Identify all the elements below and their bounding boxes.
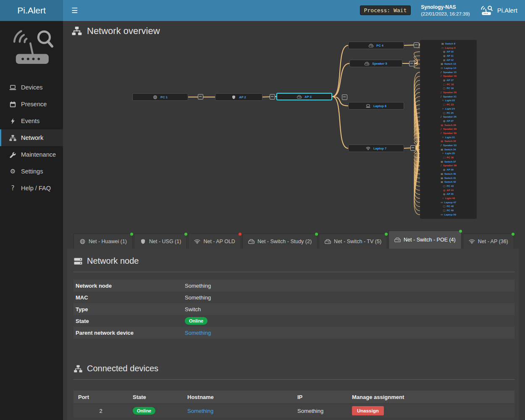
cluster-device-switch-34[interactable]: ▤Switch 34 xyxy=(421,147,476,152)
cluster-device-laptop-9[interactable]: ▭Laptop 9 xyxy=(421,46,476,50)
node-label: PC 1 xyxy=(160,95,168,99)
sidebar-item-network[interactable]: Network xyxy=(0,129,63,146)
cluster-device-pc-19[interactable]: ▢PC 19 xyxy=(421,87,476,91)
sidebar-item-label: Devices xyxy=(21,84,43,91)
cluster-device-pc-18[interactable]: ▢PC 18 xyxy=(421,82,476,87)
collapse-minus-icon[interactable]: − xyxy=(409,61,415,66)
tab-net-switch-tv-5[interactable]: Net - Switch - TV (5) xyxy=(319,234,387,249)
sidebar-item-maintenance[interactable]: Maintenance xyxy=(0,146,63,163)
cluster-device-pc-25[interactable]: ▢PC 25 xyxy=(421,111,476,115)
connected-devices-title-text: Connected devices xyxy=(87,364,158,373)
cluster-device-pc-43[interactable]: ▢PC 43 xyxy=(421,184,476,188)
sitemap-icon xyxy=(71,26,82,35)
cluster-device-ap-39[interactable]: ◍AP 39 xyxy=(421,168,476,172)
gear-icon: ⚙ xyxy=(9,168,16,175)
device-label: AP 10 xyxy=(446,50,454,53)
cluster-device-speaker-15[interactable]: ♪Speaker 15 xyxy=(421,70,476,74)
sidebar-item-help-faq[interactable]: ?Help / FAQ xyxy=(0,180,63,197)
cluster-device-speaker-16[interactable]: ♪Speaker 16 xyxy=(421,74,476,79)
cluster-device-laptop-50[interactable]: ▭Laptop 50 xyxy=(421,213,476,217)
sidebar-item-events[interactable]: Events xyxy=(0,113,63,129)
diagram-node-ap-3[interactable]: AP 3 xyxy=(276,93,332,100)
cluster-device-speaker-30[interactable]: ♪Speaker 30 xyxy=(421,131,476,135)
device-label: Light 31 xyxy=(445,136,455,139)
cluster-device-laptop-14[interactable]: ▭Laptop 14 xyxy=(421,66,476,70)
hostname-link[interactable]: Something xyxy=(187,408,213,414)
cluster-device-light-35[interactable]: ✧Light 35 xyxy=(421,152,476,156)
tab-net-ap-old[interactable]: Net - AP OLD xyxy=(188,234,241,249)
cluster-device-speaker-29[interactable]: ♪Speaker 29 xyxy=(421,127,476,131)
collapse-minus-icon[interactable]: − xyxy=(414,42,419,48)
tab-label: Net - Switch - POE (4) xyxy=(404,237,456,243)
cluster-device-ap-17[interactable]: ◍AP 17 xyxy=(421,78,476,82)
header-brand[interactable]: Pi.Alert xyxy=(480,5,517,16)
diagram-node-ap-2[interactable]: AP 2 xyxy=(215,93,262,101)
sidebar: DevicesPresenceEventsNetworkMaintenance⚙… xyxy=(0,21,63,420)
cluster-device-speaker-21[interactable]: ♪Speaker 21 xyxy=(421,94,476,99)
device-label: Speaker 16 xyxy=(443,75,457,77)
sidebar-item-devices[interactable]: Devices xyxy=(0,79,63,96)
device-type-icon: ◍ xyxy=(443,59,445,61)
tab-net-switch-poe-4[interactable]: Net - Switch - POE (4) xyxy=(388,231,462,249)
cluster-device-switch-13[interactable]: ▤Switch 13 xyxy=(421,62,476,66)
cluster-device-switch-42[interactable]: ▤Switch 42 xyxy=(421,180,476,184)
app-logo[interactable]: Pi.Alert xyxy=(0,0,63,21)
cluster-device-ap-12[interactable]: ◍AP 12 xyxy=(421,58,476,62)
cluster-device-light-31[interactable]: ✧Light 31 xyxy=(421,135,476,139)
cluster-device-light-22[interactable]: ✧Light 22 xyxy=(421,99,476,103)
tab-net-ap-36[interactable]: Net - AP (36) xyxy=(463,234,514,249)
collapse-minus-icon[interactable]: − xyxy=(410,145,416,151)
diagram-node-laptop-7[interactable]: Laptop 7 xyxy=(348,144,404,152)
question-icon: ? xyxy=(9,185,16,192)
table-row: MACSomething xyxy=(74,291,514,303)
cluster-device-ap-27[interactable]: ◍AP 27 xyxy=(421,119,476,123)
cluster-device-pc-23[interactable]: ▢PC 23 xyxy=(421,102,476,107)
device-label: Light 46 xyxy=(445,197,455,200)
cluster-device-speaker-33[interactable]: ♪Speaker 33 xyxy=(421,143,476,147)
cluster-device-switch-28[interactable]: ▤Switch 28 xyxy=(421,123,476,127)
collapse-minus-icon[interactable]: − xyxy=(342,94,347,100)
cluster-device-ap-10[interactable]: ◍AP 10 xyxy=(421,50,476,54)
cluster-device-speaker-26[interactable]: ♪Speaker 26 xyxy=(421,115,476,119)
cluster-device-laptop-47[interactable]: ▭Laptop 47 xyxy=(421,200,476,205)
cluster-device-light-24[interactable]: ✧Light 24 xyxy=(421,107,476,111)
column-header: Hostname xyxy=(183,394,293,400)
collapse-minus-icon[interactable]: − xyxy=(198,94,203,100)
cluster-device-switch-41[interactable]: ▤Switch 41 xyxy=(421,176,476,180)
unassign-button[interactable]: Unassign xyxy=(352,406,384,415)
diagram-node-speaker-5[interactable]: Speaker 5 xyxy=(349,60,402,67)
tab-net-huawei-1[interactable]: Net - Huawei (1) xyxy=(74,234,133,249)
cluster-device-pc-36[interactable]: ▢PC 36 xyxy=(421,155,476,160)
top-header: Pi.Alert ☰ Process: Wait Synology-NAS (2… xyxy=(0,0,525,21)
device-label: Switch 32 xyxy=(444,140,456,142)
sidebar-item-label: Maintenance xyxy=(21,151,56,158)
cluster-device-speaker-38[interactable]: ♪Speaker 38 xyxy=(421,164,476,168)
cluster-device-pc-48[interactable]: ▢PC 48 xyxy=(421,205,476,209)
device-type-icon: ◍ xyxy=(443,50,445,53)
hamburger-icon[interactable]: ☰ xyxy=(67,4,82,17)
cluster-device-switch-8[interactable]: ▤Switch 8 xyxy=(421,42,476,46)
state-cell: Online xyxy=(128,407,183,415)
device-label: AP 17 xyxy=(446,79,454,81)
bolt-icon xyxy=(9,118,16,124)
tab-net-switch-study-2[interactable]: Net - Switch - Study (2) xyxy=(242,234,318,249)
sidebar-item-presence[interactable]: Presence xyxy=(0,96,63,113)
cluster-device-switch-32[interactable]: ▤Switch 32 xyxy=(421,139,476,144)
cluster-device-ap-11[interactable]: ◍AP 11 xyxy=(421,54,476,58)
collapse-minus-icon[interactable]: − xyxy=(270,94,275,100)
sidebar-item-settings[interactable]: ⚙Settings xyxy=(0,163,63,180)
device-label: Speaker 21 xyxy=(443,95,457,98)
cluster-device-pc-49[interactable]: ▢PC 49 xyxy=(421,208,476,213)
cluster-device-light-46[interactable]: ✧Light 46 xyxy=(421,196,476,200)
cluster-device-ap-44[interactable]: ◍AP 44 xyxy=(421,188,476,192)
cluster-device-speaker-20[interactable]: ♪Speaker 20 xyxy=(421,90,476,94)
cluster-device-switch-37[interactable]: ▤Switch 37 xyxy=(421,160,476,164)
device-type-icon: ▢ xyxy=(443,156,446,159)
cluster-device-ap-45[interactable]: ◍AP 45 xyxy=(421,192,476,196)
cluster-device-switch-40[interactable]: ▤Switch 40 xyxy=(421,172,476,176)
diagram-node-laptop-6[interactable]: Laptop 6 xyxy=(348,102,404,110)
parent-device-link[interactable]: Something xyxy=(185,330,211,336)
tab-net-usg-1[interactable]: Net - USG (1) xyxy=(134,234,187,249)
diagram-node-pc-1[interactable]: PC 1 xyxy=(132,93,188,101)
diagram-node-pc-4[interactable]: PC 4 xyxy=(348,42,404,49)
